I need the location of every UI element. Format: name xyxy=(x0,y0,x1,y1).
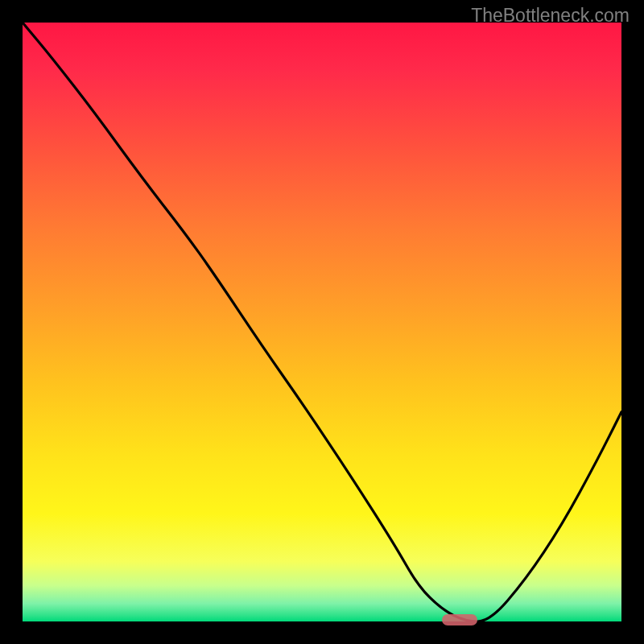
optimal-marker xyxy=(442,614,478,625)
watermark-text: TheBottleneck.com xyxy=(471,5,630,27)
bottleneck-curve xyxy=(23,23,621,621)
chart-plot-area xyxy=(23,23,621,621)
